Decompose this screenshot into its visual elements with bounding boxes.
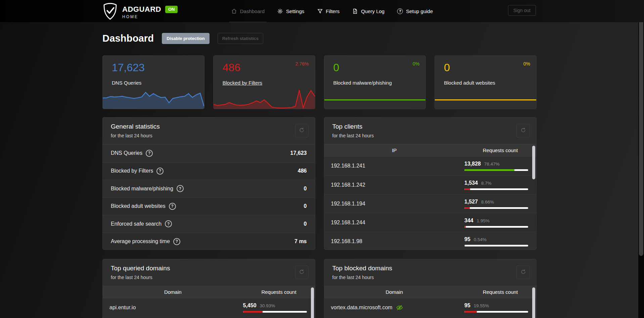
request-percent: 30.93% (260, 303, 275, 308)
table-row: 192.168.1.24113,82878.47% (324, 156, 537, 175)
nav-item-filters[interactable]: Filters (317, 0, 339, 22)
table-row: 192.168.1.1941,5278.66% (324, 194, 537, 213)
funnel-icon (317, 8, 323, 14)
stat-card-blocked-by-filters: 4862.76%Blocked by Filters (213, 55, 315, 109)
stat-row-enforced-safe-search: Enforced safe search?0 (103, 215, 315, 233)
stat-value: 486 (298, 168, 307, 174)
stat-card-dns-queries: 17,623DNS Queries (102, 55, 204, 109)
card-label[interactable]: Blocked by Filters (223, 80, 262, 86)
refresh-icon (520, 269, 526, 276)
panel-header: General statistics for the last 24 hours (103, 118, 315, 144)
help-icon[interactable]: ? (156, 168, 164, 175)
page-title: Dashboard (102, 33, 154, 44)
flat-line-chart (435, 99, 536, 100)
top-blocked-domains-panel: Top blocked domains for the last 24 hour… (324, 259, 537, 318)
stat-value: 0 (304, 203, 307, 209)
nav-item-setup-guide[interactable]: ?Setup guide (397, 0, 433, 22)
panel-title: Top blocked domains (332, 265, 528, 272)
card-label: Blocked adult websites (444, 80, 495, 86)
table-row: api.entur.io5,45030.93% (103, 298, 315, 317)
stat-label: Average processing time? (111, 238, 180, 245)
column-header-ip: IP (324, 147, 465, 153)
top-queried-rows: api.entur.io5,45030.93% (103, 298, 315, 318)
nav-item-query-log[interactable]: Query Log (352, 0, 384, 22)
table-row: 192.168.1.2421,5348.7% (324, 175, 537, 194)
table-row: 192.168.1.2443441.95% (324, 213, 537, 232)
sparkline-chart (214, 88, 315, 109)
column-header-domain: Domain (103, 289, 243, 295)
table-row: 192.168.1.98950.54% (324, 232, 537, 250)
help-icon[interactable]: ? (177, 185, 184, 192)
refresh-icon (299, 127, 305, 134)
stat-label: Blocked by Filters? (111, 168, 164, 175)
protection-status-badge: ON (165, 6, 178, 13)
panel-scrollbar-thumb[interactable] (532, 146, 535, 179)
domain-name: vortex.data.microsoft.com (331, 304, 465, 311)
request-percent: 78.47% (484, 162, 500, 167)
requests-count-cell: 3441.95% (464, 218, 536, 228)
stat-label: Blocked adult websites? (111, 203, 176, 210)
stat-row-blocked-by-filters: Blocked by Filters?486 (103, 162, 315, 180)
refresh-panel-button[interactable] (516, 266, 530, 279)
request-count: 5,450 (243, 303, 257, 309)
panel-subtitle: for the last 24 hours (111, 133, 307, 138)
requests-count-cell: 9519.55% (464, 303, 536, 313)
card-value: 486 (223, 61, 240, 74)
table-header: Domain Requests count (324, 286, 537, 298)
panel-scrollbar-thumb[interactable] (532, 287, 535, 318)
nav-item-dashboard[interactable]: Dashboard (231, 0, 265, 22)
nav-item-label: Filters (326, 8, 339, 14)
request-count: 95 (464, 236, 470, 242)
stat-row-dns-queries: DNS Queries?17,623 (103, 144, 315, 162)
stat-row-blocked-malware-phishing: Blocked malware/phishing?0 (103, 180, 315, 197)
panel-subtitle: for the last 24 hours (332, 133, 528, 138)
request-count: 344 (464, 218, 473, 224)
refresh-statistics-button[interactable]: Refresh statistics (218, 33, 263, 44)
stat-row-average-processing-time: Average processing time?7 ms (103, 233, 315, 250)
stat-value: 7 ms (294, 238, 307, 244)
column-header-requests-count: Requests count (464, 147, 536, 153)
client-ip: 192.168.1.241 (331, 163, 465, 169)
requests-count-cell: 950.54% (464, 236, 536, 246)
panel-title: Top queried domains (111, 265, 307, 272)
help-icon: ? (397, 8, 403, 14)
refresh-panel-button[interactable] (295, 266, 309, 279)
page-header: Dashboard Disable protection Refresh sta… (102, 33, 263, 44)
request-percent: 0.54% (474, 237, 487, 242)
help-icon[interactable]: ? (169, 203, 176, 210)
adguard-logo[interactable]: ADGUARD ON HOME (102, 2, 178, 22)
progress-bar (464, 311, 528, 313)
panel-header: Top queried domains for the last 24 hour… (103, 259, 315, 286)
client-ip: 192.168.1.98 (331, 238, 465, 244)
help-icon[interactable]: ? (146, 150, 153, 157)
window-scrollbar-thumb[interactable] (639, 1, 643, 256)
nav-item-settings[interactable]: Settings (277, 0, 304, 22)
stat-card-blocked-malware-phishing: 00%Blocked malware/phishing (324, 55, 426, 109)
client-ip: 192.168.1.194 (331, 201, 465, 207)
client-ip: 192.168.1.242 (331, 182, 465, 188)
top-blocked-rows: vortex.data.microsoft.com9519.55% (324, 298, 537, 318)
sign-out-button[interactable]: Sign out (508, 5, 536, 16)
help-icon[interactable]: ? (165, 220, 172, 227)
domain-name: api.entur.io (109, 305, 243, 311)
progress-bar (464, 207, 528, 209)
card-percent: 0% (523, 61, 530, 66)
nav-item-label: Query Log (361, 8, 384, 14)
request-percent: 19.55% (474, 303, 489, 308)
refresh-panel-button[interactable] (295, 124, 309, 137)
card-value: 17,623 (112, 61, 145, 74)
panel-scrollbar-thumb[interactable] (311, 287, 314, 318)
refresh-panel-button[interactable] (516, 124, 530, 137)
card-label: Blocked malware/phishing (333, 80, 392, 86)
tracker-eye-off-icon (396, 304, 403, 311)
help-icon[interactable]: ? (173, 238, 180, 245)
column-header-domain: Domain (324, 289, 465, 295)
progress-bar (464, 169, 528, 171)
column-header-requests-count: Requests count (464, 289, 536, 295)
shield-check-icon (102, 2, 118, 22)
stat-label: Blocked malware/phishing? (111, 185, 184, 192)
stat-value: 0 (304, 186, 307, 192)
disable-protection-button[interactable]: Disable protection (162, 33, 209, 44)
request-count: 1,534 (464, 180, 478, 186)
window-scrollbar[interactable] (638, 0, 644, 318)
